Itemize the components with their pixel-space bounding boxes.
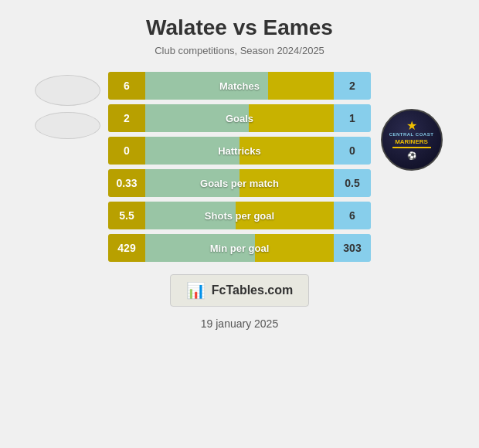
page-title: Walatee vs Eames [146, 15, 333, 40]
stat-right-value: 1 [334, 104, 371, 132]
stat-right-value: 303 [334, 234, 371, 262]
stat-left-value: 5.5 [108, 202, 145, 229]
stats-rows: 6Matches22Goals10Hattricks00.33Goals per… [108, 72, 371, 262]
stat-left-value: 0.33 [108, 169, 145, 197]
badge-icons: ⚽ [407, 151, 416, 160]
left-team-logo-2 [35, 112, 100, 139]
chart-icon: 📊 [186, 281, 206, 300]
stat-row: 429Min per goal303 [108, 234, 371, 262]
stat-bar-container: Goals per match [145, 169, 334, 197]
badge-top-text: CENTRAL COAST [389, 132, 434, 138]
stat-bar-container: Min per goal [145, 234, 334, 262]
badge-divider [392, 147, 431, 148]
team-badge: ★ CENTRAL COAST MARINERS ⚽ [381, 109, 443, 171]
stat-label: Goals per match [200, 178, 279, 189]
stat-bar-container: Matches [145, 72, 334, 100]
stat-row: 0Hattricks0 [108, 137, 371, 165]
stat-bar-container: Goals [145, 104, 334, 132]
stat-label: Min per goal [210, 243, 270, 254]
badge-star-icon: ★ [406, 120, 417, 132]
badge-inner: ★ CENTRAL COAST MARINERS ⚽ [382, 110, 441, 169]
stat-right-value: 2 [334, 72, 371, 100]
left-team-logo-1 [35, 75, 100, 106]
stat-right-value: 0.5 [334, 169, 371, 197]
stat-bar-container: Hattricks [145, 137, 334, 165]
stat-right-value: 0 [334, 137, 371, 165]
stat-label: Matches [219, 80, 260, 92]
fctables-banner: 📊 FcTables.com [170, 274, 310, 307]
page-container: Walatee vs Eames Club competitions, Seas… [0, 0, 479, 448]
stat-label: Hattricks [218, 145, 261, 157]
stat-left-value: 0 [108, 137, 145, 165]
stat-row: 0.33Goals per match0.5 [108, 169, 371, 197]
stat-right-value: 6 [334, 202, 371, 229]
stat-label: Goals [226, 113, 253, 124]
stat-row: 5.5Shots per goal6 [108, 202, 371, 229]
stat-left-value: 2 [108, 104, 145, 132]
page-subtitle: Club competitions, Season 2024/2025 [155, 45, 324, 56]
stats-area: 6Matches22Goals10Hattricks00.33Goals per… [8, 72, 471, 262]
left-team-logos [35, 75, 100, 139]
logo-banner-text: FcTables.com [212, 283, 294, 297]
stat-left-value: 6 [108, 72, 145, 100]
soccer-ball-icon: ⚽ [407, 151, 416, 160]
stat-bar-container: Shots per goal [145, 202, 334, 229]
footer-date: 19 january 2025 [201, 317, 278, 330]
badge-name: MARINERS [395, 138, 428, 146]
stat-row: 2Goals1 [108, 104, 371, 132]
stat-row: 6Matches2 [108, 72, 371, 100]
stat-left-value: 429 [108, 234, 145, 262]
right-team-area: ★ CENTRAL COAST MARINERS ⚽ [379, 75, 444, 171]
stat-label: Shots per goal [205, 210, 274, 222]
